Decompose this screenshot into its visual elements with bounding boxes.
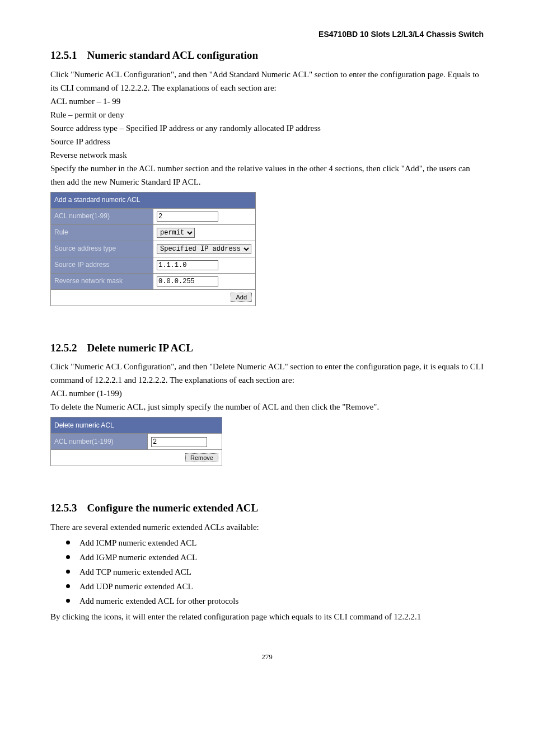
paragraph: Reverse network mask (50, 148, 484, 162)
remove-button[interactable]: Remove (185, 453, 218, 462)
ext-acl-list: Add ICMP numeric extended ACL Add IGMP n… (50, 536, 484, 608)
section-title: Delete numeric IP ACL (87, 342, 193, 354)
list-item: Add UDP numeric extended ACL (66, 580, 484, 593)
field-label-src-type: Source address type (51, 241, 153, 257)
list-item: Add ICMP numeric extended ACL (66, 536, 484, 550)
paragraph: Click "Numeric ACL Configuration", and t… (50, 360, 484, 387)
paragraph: ACL number – 1- 99 (50, 95, 484, 108)
paragraph: Source address type – Specified IP addre… (50, 121, 484, 135)
src-type-select[interactable]: Specified IP address (157, 244, 251, 254)
paragraph: There are several extended numeric exten… (50, 520, 484, 534)
mask-input[interactable] (157, 276, 218, 287)
paragraph: Rule – permit or deny (50, 108, 484, 121)
form-caption: Add a standard numeric ACL (51, 192, 256, 208)
paragraph: Source IP address (50, 135, 484, 148)
section-heading-1: 12.5.1Numeric standard ACL configuration (50, 47, 484, 64)
section-heading-3: 12.5.3Configure the numeric extended ACL (50, 500, 484, 516)
paragraph: ACL number (1-199) (50, 387, 484, 400)
section-number: 12.5.3 (50, 500, 77, 516)
rule-select[interactable]: permit (157, 228, 195, 238)
list-item: Add numeric extended ACL for other proto… (66, 594, 484, 608)
list-item: Add TCP numeric extended ACL (66, 565, 484, 579)
paragraph: To delete the Numeric ACL, just simply s… (50, 400, 484, 414)
page-number: 279 (50, 651, 484, 663)
add-acl-form: Add a standard numeric ACL ACL number(1-… (50, 192, 256, 306)
field-label-acl-number: ACL number(1-199) (51, 434, 148, 450)
section-number: 12.5.1 (50, 47, 77, 64)
src-ip-input[interactable] (157, 260, 218, 270)
paragraph: Specify the number in the ACL number sec… (50, 162, 484, 189)
section-heading-2: 12.5.2Delete numeric IP ACL (50, 340, 484, 356)
form-caption: Delete numeric ACL (51, 417, 222, 434)
section-title: Numeric standard ACL configuration (87, 49, 259, 61)
list-item: Add IGMP numeric extended ACL (66, 551, 484, 564)
paragraph: Click "Numeric ACL Configuration", and t… (50, 68, 484, 95)
field-label-src-ip: Source IP address (51, 257, 153, 273)
section-title: Configure the numeric extended ACL (87, 502, 259, 514)
paragraph: By clicking the icons, it will enter the… (50, 610, 484, 623)
delete-acl-form: Delete numeric ACL ACL number(1-199) Rem… (50, 417, 222, 466)
doc-header: ES4710BD 10 Slots L2/L3/L4 Chassis Switc… (50, 28, 484, 40)
field-label-acl-number: ACL number(1-99) (51, 208, 153, 224)
field-label-mask: Reverse network mask (51, 273, 153, 289)
field-label-rule: Rule (51, 224, 153, 241)
acl-number-input[interactable] (151, 437, 207, 447)
acl-number-input[interactable] (157, 212, 218, 222)
section-number: 12.5.2 (50, 340, 77, 356)
add-button[interactable]: Add (231, 293, 252, 302)
